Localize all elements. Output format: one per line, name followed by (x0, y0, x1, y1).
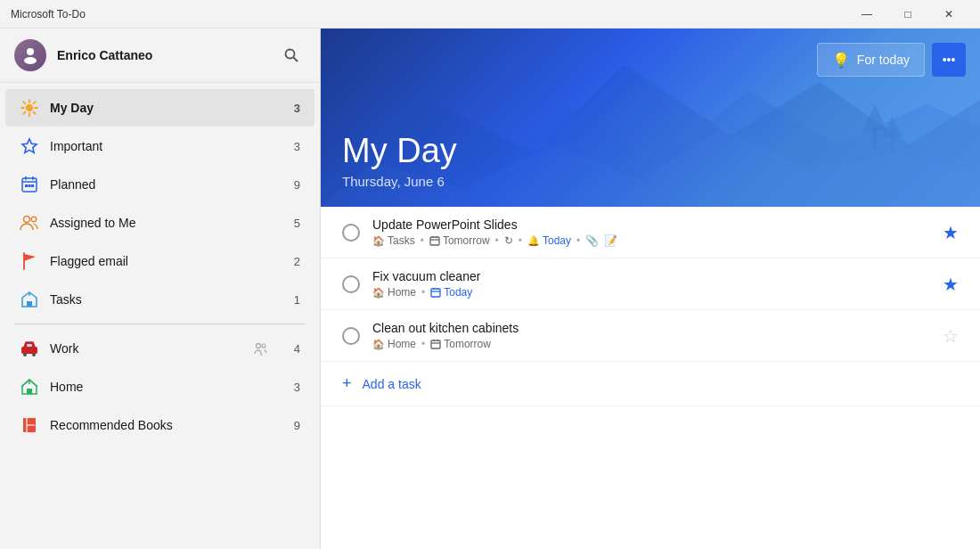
home-green-icon (20, 377, 39, 397)
task-due: Tomorrow (429, 234, 490, 247)
sidebar-item-label-important: Important (50, 139, 272, 153)
svg-rect-26 (21, 347, 37, 354)
add-icon: + (342, 374, 352, 393)
task-item[interactable]: Update PowerPoint Slides 🏠 Tasks • (321, 207, 980, 258)
sidebar-item-flagged[interactable]: Flagged email 2 (5, 242, 314, 280)
username: Enrico Cattaneo (57, 48, 266, 62)
svg-point-0 (27, 48, 34, 55)
task-list-name: 🏠 Tasks (372, 234, 415, 247)
svg-rect-19 (29, 184, 31, 187)
sidebar-item-important[interactable]: Important 3 (5, 127, 314, 165)
svg-rect-18 (25, 184, 28, 187)
task-recur: ↻ (504, 234, 513, 247)
sidebar-item-count-work: 4 (282, 342, 300, 356)
svg-rect-24 (27, 301, 32, 307)
sidebar-item-label-work: Work (50, 341, 243, 356)
sidebar-item-home[interactable]: Home 3 (5, 368, 314, 406)
for-today-label: For today (857, 53, 910, 67)
more-icon: ••• (943, 53, 956, 67)
sidebar-item-tasks[interactable]: Tasks 1 (5, 281, 314, 318)
sidebar-item-label-recommended: Recommended Books (50, 418, 272, 432)
sidebar-item-recommended[interactable]: Recommended Books 9 (5, 406, 314, 444)
sidebar-item-count-assigned: 5 (282, 217, 300, 230)
task-star-button[interactable]: ★ (943, 274, 959, 295)
task-meta: 🏠 Home • Tomorrow (372, 338, 930, 350)
avatar (14, 39, 46, 71)
shared-icon (254, 341, 268, 356)
task-note: 📝 (604, 234, 617, 247)
sidebar-item-my-day[interactable]: My Day 3 (5, 89, 314, 127)
sidebar-divider (14, 324, 306, 324)
svg-point-1 (24, 57, 37, 64)
calendar-icon (429, 235, 440, 246)
task-list-label: Home (388, 286, 416, 299)
svg-line-3 (294, 58, 298, 62)
task-content: Clean out kitchen cabinets 🏠 Home • (372, 321, 930, 350)
sidebar-item-count-home: 3 (282, 381, 300, 394)
svg-point-21 (24, 217, 30, 223)
sidebar-item-label-home: Home (50, 380, 272, 394)
svg-line-11 (34, 102, 36, 103)
task-checkbox[interactable] (342, 275, 360, 293)
more-options-button[interactable]: ••• (932, 43, 966, 77)
minimize-button[interactable]: — (846, 0, 887, 29)
svg-point-22 (31, 217, 37, 222)
home-icon-small: 🏠 (372, 287, 385, 299)
calendar-icon (430, 339, 441, 349)
svg-rect-48 (431, 289, 440, 297)
hero-actions: 💡 For today ••• (817, 43, 966, 77)
star-icon (20, 136, 39, 156)
task-title: Update PowerPoint Slides (372, 217, 930, 232)
sidebar-item-assigned[interactable]: Assigned to Me 5 (5, 204, 314, 242)
sidebar-item-count-my-day: 3 (282, 102, 300, 115)
task-reminder: 🔔 Today (527, 234, 571, 247)
sidebar-item-label-planned: Planned (50, 177, 272, 192)
task-star-button[interactable]: ★ (943, 222, 959, 243)
people-icon (20, 213, 39, 233)
sidebar-item-label-assigned: Assigned to Me (50, 216, 272, 230)
svg-marker-13 (22, 139, 37, 152)
task-star-button[interactable]: ☆ (943, 325, 959, 347)
svg-line-12 (23, 112, 25, 114)
maximize-button[interactable]: □ (887, 0, 928, 29)
task-checkbox[interactable] (342, 327, 360, 345)
task-due-label: Tomorrow (444, 338, 491, 350)
svg-line-10 (34, 112, 36, 114)
svg-rect-29 (27, 344, 32, 347)
task-title: Clean out kitchen cabinets (372, 321, 930, 335)
task-meta: 🏠 Tasks • Tomorrow (372, 234, 930, 247)
page-title: My Day (342, 133, 959, 170)
task-content: Update PowerPoint Slides 🏠 Tasks • (372, 217, 930, 247)
task-due-label: Tomorrow (443, 234, 490, 247)
add-task-row[interactable]: + Add a task (321, 362, 980, 406)
sidebar-item-count-tasks: 1 (282, 293, 300, 307)
task-list-label: Home (388, 338, 416, 350)
task-item[interactable]: Fix vacuum cleaner 🏠 Home • (321, 258, 980, 310)
task-item[interactable]: Clean out kitchen cabinets 🏠 Home • (321, 310, 980, 362)
task-list-name: 🏠 Home (372, 338, 416, 350)
for-today-button[interactable]: 💡 For today (817, 43, 925, 77)
task-reminder-label: Today (543, 234, 571, 247)
svg-point-28 (32, 353, 36, 356)
sidebar-header: Enrico Cattaneo (0, 29, 320, 83)
sidebar-item-planned[interactable]: Planned 9 (5, 166, 314, 203)
page-subtitle: Thursday, June 6 (342, 174, 959, 189)
calendar-grid-icon (20, 175, 39, 194)
close-button[interactable]: ✕ (928, 0, 969, 29)
search-button[interactable] (277, 41, 306, 70)
task-list: Update PowerPoint Slides 🏠 Tasks • (321, 207, 980, 549)
bell-icon: 🔔 (527, 235, 540, 247)
svg-rect-20 (31, 184, 34, 187)
app-body: Enrico Cattaneo (0, 29, 980, 549)
task-content: Fix vacuum cleaner 🏠 Home • (372, 269, 930, 299)
task-meta: 🏠 Home • Today (372, 286, 930, 299)
sidebar-item-work[interactable]: Work 4 (5, 330, 314, 367)
sidebar-item-count-important: 3 (282, 140, 300, 153)
svg-rect-44 (430, 237, 439, 245)
add-task-label: Add a task (363, 377, 421, 391)
sidebar-item-count-flagged: 2 (282, 255, 300, 268)
task-checkbox[interactable] (342, 224, 360, 242)
sidebar-nav: My Day 3 Important 3 (0, 83, 320, 549)
task-list-label: Tasks (388, 234, 415, 247)
calendar-icon (430, 287, 441, 298)
